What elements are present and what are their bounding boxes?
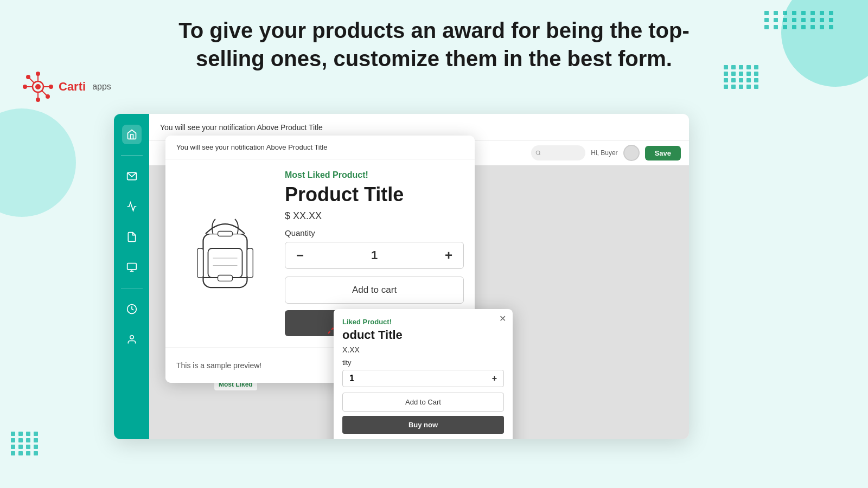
product-title: Product Title: [285, 183, 464, 206]
svg-rect-15: [127, 264, 136, 270]
svg-line-10: [29, 78, 34, 83]
quantity-increase-btn[interactable]: +: [445, 248, 452, 263]
sidebar: [114, 114, 149, 439]
svg-point-9: [49, 85, 53, 89]
small-qty-label: tity: [342, 358, 504, 367]
sidebar-divider-1: [121, 155, 143, 156]
sample-preview-text: This is a sample preview!: [176, 361, 261, 370]
small-badge: Liked Product!: [342, 318, 504, 326]
quantity-decrease-btn[interactable]: −: [296, 248, 304, 263]
search-icon: [535, 150, 541, 156]
product-image-area: [176, 170, 274, 336]
sidebar-item-person[interactable]: [122, 330, 142, 349]
product-price: $ XX.XX: [285, 210, 464, 222]
svg-point-13: [46, 94, 50, 99]
logo: Carti apps: [22, 70, 111, 103]
preview-modal-small: ✕ Liked Product! oduct Title X.XX tity 1…: [334, 309, 513, 439]
sidebar-item-mail[interactable]: [122, 166, 142, 186]
svg-rect-25: [197, 248, 203, 278]
headline: To give your products an award for being…: [0, 16, 868, 73]
small-product-title: oduct Title: [342, 328, 504, 342]
svg-point-20: [537, 151, 540, 155]
small-add-to-cart-button[interactable]: Add to Cart: [342, 393, 504, 412]
svg-line-12: [42, 91, 47, 95]
small-modal-close-btn[interactable]: ✕: [499, 313, 506, 324]
logo-text: Carti: [59, 80, 86, 94]
quantity-value: 1: [371, 248, 378, 262]
notification-text: You will see your notification Above Pro…: [160, 123, 323, 132]
dots-decoration-bottom-left: [11, 432, 39, 455]
search-bar[interactable]: [531, 145, 585, 160]
svg-rect-23: [208, 248, 242, 278]
logo-apps-text: apps: [92, 82, 111, 92]
logo-icon: [22, 70, 54, 103]
modal-notification-text: You will see your notification Above Pro…: [165, 136, 475, 159]
svg-point-5: [36, 98, 40, 102]
svg-rect-28: [218, 275, 233, 281]
add-to-cart-button[interactable]: Add to cart: [285, 277, 464, 304]
small-qty-control: 1 +: [342, 370, 504, 387]
sidebar-item-clock[interactable]: [122, 299, 142, 319]
product-image-backpack: [184, 204, 266, 302]
small-price: X.XX: [342, 345, 504, 354]
sidebar-item-chart[interactable]: [122, 197, 142, 216]
svg-point-7: [23, 85, 27, 89]
quantity-control: − 1 +: [285, 242, 464, 269]
badge-most-liked: Most Liked Product!: [285, 170, 464, 180]
svg-rect-26: [247, 248, 253, 278]
svg-point-11: [26, 75, 30, 79]
small-buy-now-button[interactable]: Buy now: [342, 416, 504, 434]
svg-point-19: [130, 336, 133, 339]
sidebar-item-document[interactable]: [122, 227, 142, 247]
sidebar-divider-2: [121, 288, 143, 288]
save-button-header[interactable]: Save: [645, 146, 681, 160]
quantity-label: Quantity: [285, 228, 464, 237]
svg-rect-24: [218, 232, 233, 236]
app-window: You will see your notification Above Pro…: [114, 114, 689, 439]
main-content: You will see your notification Above Pro…: [149, 114, 689, 439]
svg-point-1: [35, 84, 41, 89]
hi-text: Hi, Buyer: [591, 149, 617, 157]
small-modal-body: Liked Product! oduct Title X.XX tity 1 +…: [334, 309, 513, 439]
decorative-circle-left: [0, 108, 76, 217]
avatar: [623, 145, 640, 161]
sidebar-item-display[interactable]: [122, 258, 142, 277]
sidebar-item-home[interactable]: [122, 125, 142, 144]
small-quantity-increase-btn[interactable]: +: [492, 374, 497, 383]
svg-line-21: [539, 154, 540, 155]
small-quantity-value: 1: [349, 374, 354, 383]
